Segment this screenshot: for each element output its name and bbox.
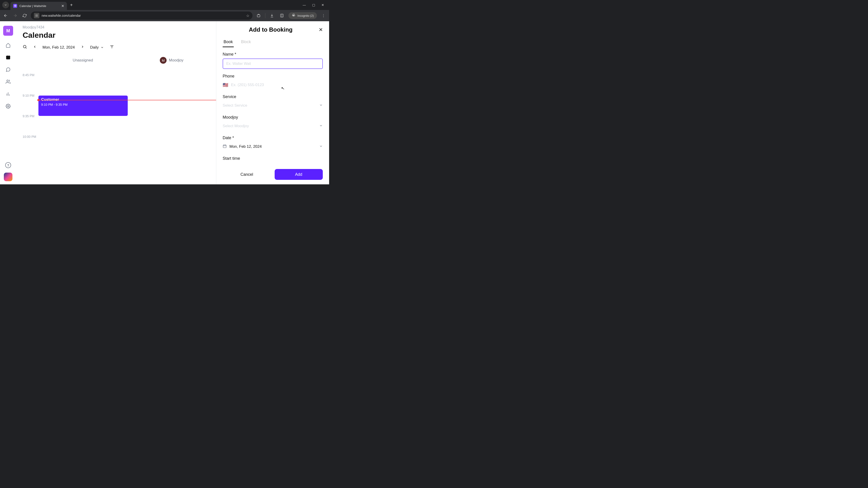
event-time: 9:10 PM - 9:35 PM xyxy=(41,103,125,106)
moodjoy-placeholder: Select Moodjoy xyxy=(223,124,249,128)
tab-block[interactable]: Block xyxy=(240,37,252,47)
window-controls: — ▢ ✕ xyxy=(303,3,328,7)
settings-icon[interactable] xyxy=(5,103,11,109)
svg-rect-22 xyxy=(223,145,226,148)
back-button[interactable] xyxy=(2,12,9,19)
calendar-area: Moodjoy7434 Calendar Mon, Feb 12, 2024 D… xyxy=(16,21,216,184)
svg-point-12 xyxy=(7,80,8,82)
chevron-down-icon xyxy=(101,46,104,49)
minimize-button[interactable]: — xyxy=(303,3,306,7)
prev-day-button[interactable] xyxy=(33,45,37,50)
panel-tabs: Book Block xyxy=(216,37,329,47)
time-label: 9:10 PM xyxy=(23,94,34,97)
filter-icon[interactable] xyxy=(110,44,114,50)
svg-line-18 xyxy=(26,48,27,48)
site-info-icon[interactable] xyxy=(34,13,39,18)
forward-button[interactable] xyxy=(12,12,19,19)
incognito-indicator[interactable]: Incognito (2) xyxy=(288,12,317,19)
url-text: new.waitwhile.com/calendar xyxy=(41,14,244,18)
moodjoy-label: Moodjoy xyxy=(223,115,323,120)
date-select[interactable]: Mon, Feb 12, 2024 xyxy=(223,142,323,151)
workspace-avatar[interactable]: M xyxy=(3,26,13,36)
now-indicator xyxy=(38,100,216,100)
tab-book[interactable]: Book xyxy=(223,37,234,47)
calendar-event[interactable]: Customer 9:10 PM - 9:35 PM xyxy=(38,96,128,116)
help-icon[interactable]: ? xyxy=(5,162,11,168)
name-input[interactable] xyxy=(223,59,323,69)
resource-avatar: M xyxy=(160,57,166,64)
reload-button[interactable] xyxy=(21,12,28,19)
chevron-down-icon xyxy=(319,124,323,128)
reader-icon[interactable] xyxy=(278,12,285,19)
phone-placeholder: Ex. (201) 555-0123 xyxy=(231,83,264,87)
chat-icon[interactable] xyxy=(5,67,11,72)
svg-point-17 xyxy=(23,45,26,48)
search-icon[interactable] xyxy=(23,44,27,50)
analytics-icon[interactable] xyxy=(5,91,11,97)
browser-tab-title: Calendar | Waitwhile xyxy=(20,4,59,8)
service-select[interactable]: Select Service xyxy=(223,101,323,110)
browser-tab[interactable]: ⦿ Calendar | Waitwhile ✕ xyxy=(10,2,67,10)
browser-menu-icon[interactable]: ⋮ xyxy=(320,12,327,19)
booking-panel: Add to Booking ✕ Book Block Name * Phone… xyxy=(216,21,329,184)
browser-tab-strip: ⦿ Calendar | Waitwhile ✕ + — ▢ ✕ xyxy=(0,0,329,10)
date-label: Date * xyxy=(223,135,323,140)
column-unassigned-label: Unassigned xyxy=(73,58,93,63)
favicon-icon: ⦿ xyxy=(13,4,17,8)
time-label: 10:00 PM xyxy=(23,135,36,138)
cancel-button[interactable]: Cancel xyxy=(223,169,271,180)
start-time-value: 9:10 PM xyxy=(223,165,237,165)
svg-point-16 xyxy=(7,105,9,107)
time-label: 9:35 PM xyxy=(23,114,34,118)
calendar-column-headers: Unassigned M Moodjoy xyxy=(38,57,216,64)
calendar-icon[interactable] xyxy=(5,55,11,60)
column-unassigned[interactable]: Unassigned xyxy=(38,57,127,64)
address-bar[interactable]: new.waitwhile.com/calendar ☆ xyxy=(31,11,252,20)
calendar-grid[interactable]: 8:45 PM 9:10 PM 9:35 PM 10:00 PM Custome… xyxy=(23,73,216,184)
tab-close-icon[interactable]: ✕ xyxy=(61,4,64,8)
chevron-down-icon xyxy=(319,103,323,108)
calendar-small-icon xyxy=(223,144,227,149)
phone-input[interactable]: 🇺🇸 Ex. (201) 555-0123 xyxy=(223,80,323,90)
column-moodjoy[interactable]: M Moodjoy xyxy=(127,57,216,64)
incognito-icon xyxy=(291,13,296,18)
home-icon[interactable] xyxy=(5,42,11,48)
incognito-label: Incognito (2) xyxy=(298,14,314,18)
maximize-button[interactable]: ▢ xyxy=(312,3,315,7)
name-label: Name * xyxy=(223,52,323,57)
date-value: Mon, Feb 12, 2024 xyxy=(229,144,262,149)
view-label: Daily xyxy=(90,45,99,50)
user-avatar[interactable] xyxy=(4,173,12,181)
start-time-select[interactable]: 9:10 PM xyxy=(223,163,323,165)
breadcrumb[interactable]: Moodjoy7434 xyxy=(23,25,216,29)
phone-label: Phone xyxy=(223,74,323,78)
event-title: Customer xyxy=(41,97,125,102)
date-label[interactable]: Mon, Feb 12, 2024 xyxy=(42,45,75,50)
chevron-down-icon xyxy=(319,144,323,149)
bookmark-star-icon[interactable]: ☆ xyxy=(246,13,249,18)
tab-search-button[interactable] xyxy=(2,2,9,8)
close-panel-button[interactable]: ✕ xyxy=(319,27,323,33)
svg-rect-5 xyxy=(257,15,260,17)
view-picker[interactable]: Daily xyxy=(90,45,104,50)
flag-icon[interactable]: 🇺🇸 xyxy=(223,82,228,88)
service-placeholder: Select Service xyxy=(223,103,247,108)
browser-toolbar: new.waitwhile.com/calendar ☆ Incognito (… xyxy=(0,10,329,21)
calendar-controls: Mon, Feb 12, 2024 Daily xyxy=(23,44,216,50)
time-label: 8:45 PM xyxy=(23,73,34,77)
next-day-button[interactable] xyxy=(81,45,84,50)
new-tab-button[interactable]: + xyxy=(70,2,73,8)
svg-rect-9 xyxy=(6,56,10,57)
extensions-icon[interactable] xyxy=(255,12,262,19)
people-icon[interactable] xyxy=(5,79,11,85)
add-button[interactable]: Add xyxy=(275,169,323,180)
moodjoy-select[interactable]: Select Moodjoy xyxy=(223,122,323,131)
window-close-button[interactable]: ✕ xyxy=(321,3,324,7)
nav-rail: M ? xyxy=(0,21,16,184)
column-moodjoy-label: Moodjoy xyxy=(169,58,183,63)
service-label: Service xyxy=(223,94,323,99)
downloads-icon[interactable] xyxy=(269,12,275,19)
start-time-label: Start time xyxy=(223,156,323,161)
panel-title: Add to Booking xyxy=(223,26,319,33)
page-title: Calendar xyxy=(23,31,216,39)
